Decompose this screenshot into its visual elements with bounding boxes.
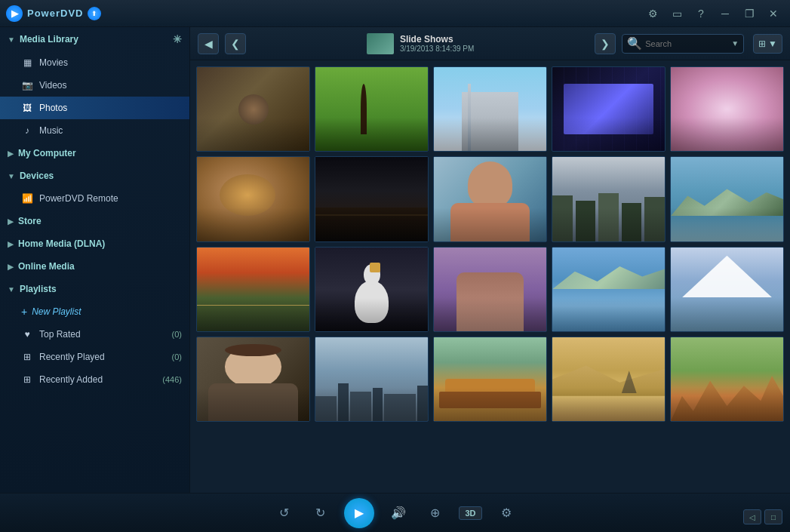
sidebar-header-playlists[interactable]: ▼ Playlists [0, 278, 189, 300]
sidebar-header-store[interactable]: ▶ Store [0, 210, 189, 232]
close-button[interactable]: ✕ [763, 5, 784, 22]
mini-left-button[interactable]: ◁ [743, 509, 761, 524]
top-rated-label: Top Rated [39, 329, 81, 340]
sidebar-section-media-library: ▼ Media Library ✳ ▦ Movies 📷 Videos 🖼 Ph… [0, 27, 189, 142]
settings-button[interactable]: ⚙ [642, 5, 663, 22]
content-area: ◀ ❮ Slide Shows 3/19/2013 8:14:39 PM ❯ 🔍… [190, 27, 790, 493]
redo-button[interactable]: ↻ [308, 501, 332, 525]
photo-thumb-20[interactable] [670, 337, 784, 422]
devices-label: Devices [20, 171, 54, 181]
refresh-icon[interactable]: ✳ [173, 33, 182, 45]
photo-thumb-3[interactable] [433, 66, 547, 152]
bottom-settings-button[interactable]: ⚙ [494, 501, 518, 525]
new-playlist-label: New Playlist [32, 306, 81, 317]
online-media-label: Online Media [18, 261, 75, 272]
slideshow-info: Slide Shows 3/19/2013 8:14:39 PM [252, 33, 589, 54]
photo-thumb-19[interactable] [552, 337, 666, 422]
photo-thumb-2[interactable] [315, 66, 429, 152]
film-icon: ▦ [21, 57, 33, 69]
sidebar-section-online-media: ▶ Online Media [0, 255, 189, 278]
update-icon[interactable]: ⬆ [88, 7, 101, 20]
search-dropdown-arrow[interactable]: ▼ [731, 39, 739, 48]
sidebar-section-devices: ▼ Devices 📶 PowerDVD Remote [0, 165, 189, 210]
threed-button[interactable]: 3D [459, 506, 481, 520]
play-button[interactable]: ▶ [344, 498, 374, 528]
sidebar: ▼ Media Library ✳ ▦ Movies 📷 Videos 🖼 Ph… [0, 27, 190, 493]
photo-thumb-13[interactable] [433, 247, 547, 332]
sidebar-item-photos[interactable]: 🖼 Photos [0, 97, 189, 119]
top-rated-count: (0) [172, 330, 182, 339]
back-button[interactable]: ◀ [198, 33, 219, 54]
photo-thumb-14[interactable] [552, 247, 666, 332]
volume-button[interactable]: 🔊 [386, 501, 410, 525]
sidebar-item-powerdvd-remote[interactable]: 📶 PowerDVD Remote [0, 187, 189, 210]
sidebar-item-movies[interactable]: ▦ Movies [0, 51, 189, 74]
sidebar-item-videos[interactable]: 📷 Videos [0, 74, 189, 97]
mini-right-button[interactable]: □ [764, 509, 782, 524]
search-input[interactable] [645, 39, 728, 48]
window-controls: ⚙ ▭ ? ─ ❐ ✕ [642, 5, 784, 22]
photo-thumb-8[interactable] [433, 156, 547, 241]
slideshow-date: 3/19/2013 8:14:39 PM [400, 45, 474, 53]
videos-label: Videos [39, 80, 66, 91]
slideshow-title: Slide Shows [400, 34, 474, 45]
plus-icon: + [21, 306, 27, 318]
sidebar-item-recently-added[interactable]: ⊞ Recently Added (446) [0, 368, 189, 391]
expand-arrow-home-media: ▶ [8, 240, 14, 248]
sidebar-header-devices[interactable]: ▼ Devices [0, 165, 189, 187]
main-layout: ▼ Media Library ✳ ▦ Movies 📷 Videos 🖼 Ph… [0, 27, 790, 493]
photo-thumb-10[interactable] [670, 156, 784, 241]
expand-arrow-media-library: ▼ [8, 35, 15, 44]
zoom-button[interactable]: ⊕ [423, 501, 447, 525]
photo-thumb-17[interactable] [315, 337, 429, 422]
photo-thumb-6[interactable] [196, 156, 310, 241]
sidebar-header-my-computer[interactable]: ▶ My Computer [0, 142, 189, 165]
photo-thumb-16[interactable] [196, 337, 310, 422]
view-toggle-button[interactable]: ⊞ ▼ [753, 34, 782, 54]
photo-thumb-15[interactable] [670, 247, 784, 332]
recently-played-count: (0) [172, 352, 182, 361]
sidebar-section-store: ▶ Store [0, 210, 189, 232]
expand-arrow-my-computer: ▶ [8, 149, 14, 158]
photo-thumb-7[interactable] [315, 156, 429, 241]
next-button[interactable]: ❯ [595, 33, 616, 54]
recently-added-count: (446) [162, 375, 182, 384]
photo-thumb-9[interactable] [552, 156, 666, 241]
bottom-bar: ↺ ↻ ▶ 🔊 ⊕ 3D ⚙ ◁ □ [0, 493, 790, 532]
content-toolbar: ◀ ❮ Slide Shows 3/19/2013 8:14:39 PM ❯ 🔍… [190, 27, 790, 60]
photo-thumb-5[interactable] [670, 66, 784, 152]
photo-thumb-12[interactable] [315, 247, 429, 332]
minimize-button[interactable]: ─ [715, 5, 736, 22]
sidebar-header-online-media[interactable]: ▶ Online Media [0, 255, 189, 278]
search-box[interactable]: 🔍 ▼ [622, 34, 744, 54]
sidebar-item-recently-played[interactable]: ⊞ Recently Played (0) [0, 346, 189, 368]
slideshow-text-block: Slide Shows 3/19/2013 8:14:39 PM [400, 34, 474, 53]
sidebar-item-new-playlist[interactable]: + New Playlist [0, 300, 189, 323]
photos-label: Photos [39, 103, 67, 113]
sidebar-header-home-media[interactable]: ▶ Home Media (DLNA) [0, 232, 189, 255]
undo-button[interactable]: ↺ [272, 501, 296, 525]
photo-thumb-4[interactable] [552, 66, 666, 152]
titlebar: ▶ PowerDVD ⬆ ⚙ ▭ ? ─ ❐ ✕ [0, 0, 790, 27]
my-computer-label: My Computer [18, 148, 76, 158]
restore-button[interactable]: ❐ [739, 5, 760, 22]
photo-thumb-1[interactable] [196, 66, 310, 152]
expand-arrow-store: ▶ [8, 217, 14, 226]
display-button[interactable]: ▭ [666, 5, 687, 22]
sidebar-header-media-library[interactable]: ▼ Media Library ✳ [0, 27, 189, 51]
recent-icon: ⊞ [21, 351, 33, 363]
slideshow-thumbnail [367, 33, 394, 54]
store-label: Store [18, 216, 41, 226]
prev-button[interactable]: ❮ [225, 33, 246, 54]
photo-thumb-11[interactable] [196, 247, 310, 332]
help-button[interactable]: ? [690, 5, 712, 22]
movies-label: Movies [39, 57, 68, 68]
heart-icon: ♥ [21, 328, 33, 340]
search-icon: 🔍 [627, 36, 642, 51]
recently-added-label: Recently Added [39, 374, 103, 385]
sidebar-item-music[interactable]: ♪ Music [0, 119, 189, 142]
bottom-right-controls: ◁ □ [743, 509, 782, 524]
photo-thumb-18[interactable] [433, 337, 547, 422]
sidebar-section-my-computer: ▶ My Computer [0, 142, 189, 165]
sidebar-item-top-rated[interactable]: ♥ Top Rated (0) [0, 323, 189, 346]
